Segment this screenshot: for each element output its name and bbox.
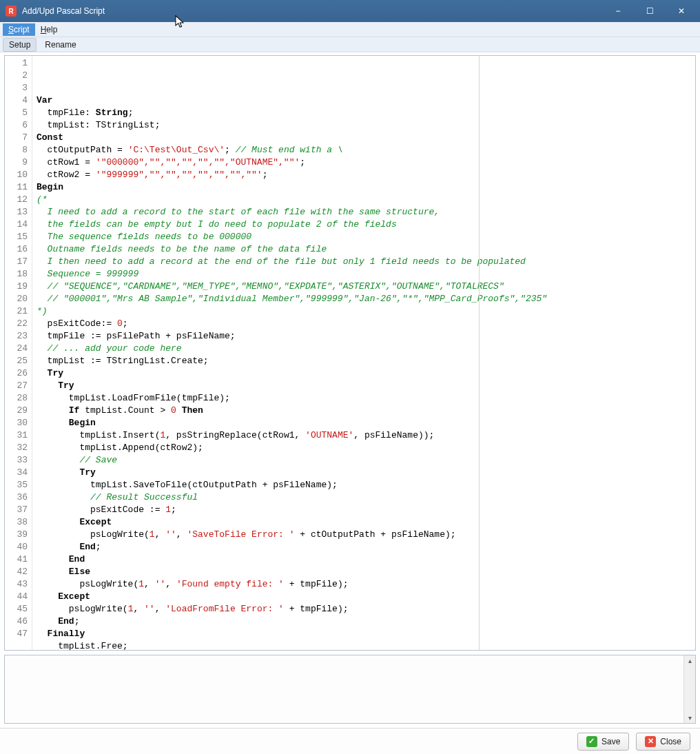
line-number: 33 bbox=[6, 454, 28, 467]
line-number: 35 bbox=[6, 479, 28, 491]
line-number: 37 bbox=[6, 504, 28, 516]
line-number: 26 bbox=[6, 367, 28, 380]
footer-bar: ✓ Save ✕ Close bbox=[0, 728, 700, 754]
code-line[interactable]: tmpFile: String; bbox=[37, 107, 691, 119]
line-number: 42 bbox=[6, 566, 28, 578]
code-line[interactable]: I need to add a record to the start of e… bbox=[37, 206, 691, 218]
line-number: 43 bbox=[6, 578, 28, 591]
code-editor[interactable]: 1234567891011121314151617181920212223242… bbox=[4, 55, 696, 651]
line-number: 17 bbox=[6, 256, 28, 268]
line-gutter: 1234567891011121314151617181920212223242… bbox=[5, 56, 32, 650]
line-number: 6 bbox=[6, 119, 28, 132]
code-line[interactable]: // "000001","Mrs AB Sample","Individual … bbox=[37, 293, 691, 305]
code-line[interactable]: (* bbox=[37, 194, 691, 206]
code-line[interactable]: psLogWrite(1, '', 'Found empty file: ' +… bbox=[37, 578, 691, 591]
code-line[interactable]: Var bbox=[37, 94, 691, 107]
line-number: 36 bbox=[6, 491, 28, 504]
line-number: 47 bbox=[6, 628, 28, 640]
line-number: 3 bbox=[6, 82, 28, 94]
line-number: 10 bbox=[6, 169, 28, 181]
code-line[interactable]: // Result Successful bbox=[37, 491, 691, 504]
app-icon: R bbox=[6, 6, 17, 17]
scroll-up-icon[interactable]: ▴ bbox=[687, 655, 693, 666]
code-line[interactable]: Const bbox=[37, 132, 691, 144]
close-window-button[interactable]: ✕ bbox=[666, 0, 697, 22]
code-line[interactable]: // "SEQUENCE","CARDNAME","MEM_TYPE","MEM… bbox=[37, 281, 691, 293]
code-line[interactable]: tmpList.LoadFromFile(tmpFile); bbox=[37, 392, 691, 405]
line-number: 1 bbox=[6, 57, 28, 70]
main-area: 1234567891011121314151617181920212223242… bbox=[0, 52, 700, 728]
code-line[interactable]: tmpList := TStringList.Create; bbox=[37, 355, 691, 367]
code-content[interactable]: Var tmpFile: String; tmpList: TStringLis… bbox=[32, 56, 695, 650]
code-line[interactable]: psExitCode:= 0; bbox=[37, 318, 691, 330]
output-panel[interactable]: ▴ ▾ bbox=[4, 655, 696, 724]
code-line[interactable]: psLogWrite(1, '', 'SaveToFile Error: ' +… bbox=[37, 529, 691, 541]
code-line[interactable]: Finally bbox=[37, 628, 691, 640]
line-number: 18 bbox=[6, 268, 28, 281]
line-number: 2 bbox=[6, 70, 28, 82]
code-line[interactable]: psLogWrite(1, '', 'LoadFromFile Error: '… bbox=[37, 603, 691, 615]
code-line[interactable]: ctOutputPath = 'C:\Test\Out_Csv\'; // Mu… bbox=[37, 144, 691, 156]
save-button[interactable]: ✓ Save bbox=[577, 733, 629, 751]
code-line[interactable]: tmpList.SaveToFile(ctOutputPath + psFile… bbox=[37, 479, 691, 491]
line-number: 7 bbox=[6, 132, 28, 144]
code-line[interactable]: // ... add your code here bbox=[37, 343, 691, 355]
code-line[interactable]: the fields can be empty but I do need to… bbox=[37, 218, 691, 231]
code-line[interactable]: End bbox=[37, 553, 691, 566]
code-line[interactable]: If tmpList.Count > 0 Then bbox=[37, 405, 691, 417]
code-line[interactable]: tmpList.Free; bbox=[37, 640, 691, 650]
code-line[interactable]: Try bbox=[37, 467, 691, 479]
line-number: 44 bbox=[6, 591, 28, 603]
code-line[interactable]: Outname fields needs to be the name of t… bbox=[37, 243, 691, 256]
code-line[interactable]: I then need to add a record at the end o… bbox=[37, 256, 691, 268]
code-line[interactable]: tmpList.Append(ctRow2); bbox=[37, 442, 691, 454]
line-number: 31 bbox=[6, 429, 28, 442]
line-number: 24 bbox=[6, 343, 28, 355]
line-number: 34 bbox=[6, 467, 28, 479]
menubar: ScriptHelp bbox=[0, 22, 700, 37]
code-line[interactable]: ctRow2 = '"999999","","","","","","",""'… bbox=[37, 169, 691, 181]
code-line[interactable]: // Save bbox=[37, 454, 691, 467]
code-line[interactable]: ctRow1 = '"000000","","","","","","OUTNA… bbox=[37, 156, 691, 169]
line-number: 28 bbox=[6, 392, 28, 405]
line-number: 11 bbox=[6, 181, 28, 194]
code-line[interactable]: Try bbox=[37, 380, 691, 392]
line-number: 4 bbox=[6, 94, 28, 107]
code-line[interactable]: tmpList: TStringList; bbox=[37, 119, 691, 132]
code-line[interactable]: psExitCode := 1; bbox=[37, 504, 691, 516]
line-number: 14 bbox=[6, 218, 28, 231]
ruler-line bbox=[479, 56, 480, 650]
code-line[interactable]: Begin bbox=[37, 181, 691, 194]
code-line[interactable]: Except bbox=[37, 591, 691, 603]
x-icon: ✕ bbox=[645, 736, 656, 747]
output-scrollbar[interactable]: ▴ ▾ bbox=[683, 655, 695, 723]
toolbar: SetupRename bbox=[0, 37, 700, 52]
window-title: Add/Upd Pascal Script bbox=[22, 6, 602, 16]
menu-help[interactable]: Help bbox=[35, 23, 63, 36]
code-line[interactable]: Begin bbox=[37, 417, 691, 429]
code-line[interactable]: tmpFile := psFilePath + psFileName; bbox=[37, 330, 691, 343]
code-line[interactable]: Else bbox=[37, 566, 691, 578]
code-line[interactable]: Sequence = 999999 bbox=[37, 268, 691, 281]
minimize-button[interactable]: − bbox=[602, 0, 634, 22]
tool-setup[interactable]: Setup bbox=[3, 38, 37, 52]
code-line[interactable]: End; bbox=[37, 541, 691, 553]
code-line[interactable]: Try bbox=[37, 367, 691, 380]
code-line[interactable]: End; bbox=[37, 615, 691, 628]
menu-script[interactable]: Script bbox=[3, 23, 35, 36]
titlebar: R Add/Upd Pascal Script − ☐ ✕ bbox=[0, 0, 700, 22]
line-number: 29 bbox=[6, 405, 28, 417]
line-number: 9 bbox=[6, 156, 28, 169]
code-line[interactable]: The sequence fields needs to be 000000 bbox=[37, 231, 691, 243]
code-line[interactable]: tmpList.Insert(1, psStringReplace(ctRow1… bbox=[37, 429, 691, 442]
line-number: 32 bbox=[6, 442, 28, 454]
line-number: 12 bbox=[6, 194, 28, 206]
code-line[interactable]: Except bbox=[37, 516, 691, 529]
code-line[interactable]: *) bbox=[37, 305, 691, 318]
maximize-button[interactable]: ☐ bbox=[634, 0, 666, 22]
line-number: 13 bbox=[6, 206, 28, 218]
line-number: 20 bbox=[6, 293, 28, 305]
tool-rename[interactable]: Rename bbox=[39, 39, 81, 51]
scroll-down-icon[interactable]: ▾ bbox=[687, 713, 693, 723]
close-button[interactable]: ✕ Close bbox=[636, 733, 690, 751]
